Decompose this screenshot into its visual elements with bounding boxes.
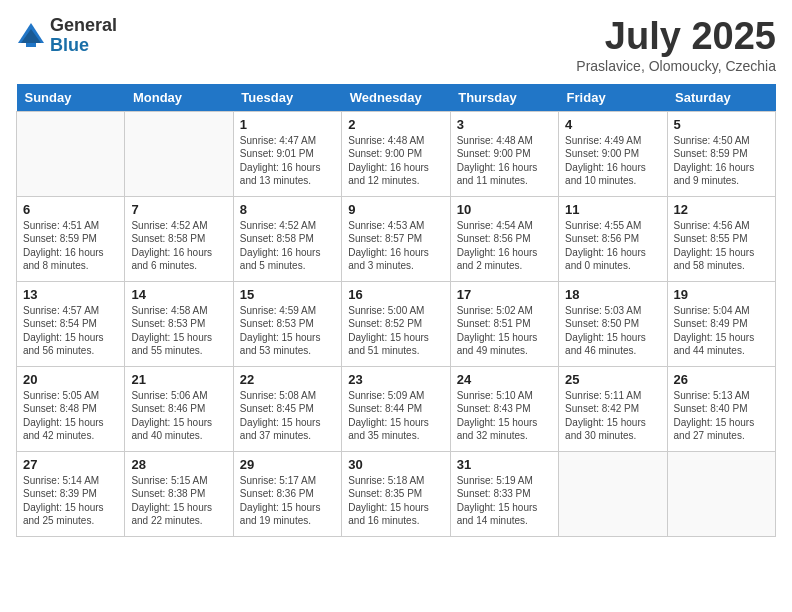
day-info: Sunrise: 5:15 AM Sunset: 8:38 PM Dayligh… [131, 474, 226, 528]
calendar-cell: 12Sunrise: 4:56 AM Sunset: 8:55 PM Dayli… [667, 196, 775, 281]
calendar-cell: 29Sunrise: 5:17 AM Sunset: 8:36 PM Dayli… [233, 451, 341, 536]
day-number: 18 [565, 287, 660, 302]
logo: General Blue [16, 16, 117, 56]
calendar-cell: 31Sunrise: 5:19 AM Sunset: 8:33 PM Dayli… [450, 451, 558, 536]
calendar-cell: 4Sunrise: 4:49 AM Sunset: 9:00 PM Daylig… [559, 111, 667, 196]
calendar-cell: 15Sunrise: 4:59 AM Sunset: 8:53 PM Dayli… [233, 281, 341, 366]
calendar-cell: 20Sunrise: 5:05 AM Sunset: 8:48 PM Dayli… [17, 366, 125, 451]
day-info: Sunrise: 5:08 AM Sunset: 8:45 PM Dayligh… [240, 389, 335, 443]
calendar-cell: 26Sunrise: 5:13 AM Sunset: 8:40 PM Dayli… [667, 366, 775, 451]
calendar-cell: 24Sunrise: 5:10 AM Sunset: 8:43 PM Dayli… [450, 366, 558, 451]
calendar-cell: 3Sunrise: 4:48 AM Sunset: 9:00 PM Daylig… [450, 111, 558, 196]
day-info: Sunrise: 4:50 AM Sunset: 8:59 PM Dayligh… [674, 134, 769, 188]
day-number: 2 [348, 117, 443, 132]
calendar-cell: 21Sunrise: 5:06 AM Sunset: 8:46 PM Dayli… [125, 366, 233, 451]
day-number: 26 [674, 372, 769, 387]
day-header-sunday: Sunday [17, 84, 125, 112]
day-info: Sunrise: 4:52 AM Sunset: 8:58 PM Dayligh… [131, 219, 226, 273]
calendar-cell [17, 111, 125, 196]
subtitle: Praslavice, Olomoucky, Czechia [576, 58, 776, 74]
day-info: Sunrise: 4:59 AM Sunset: 8:53 PM Dayligh… [240, 304, 335, 358]
day-info: Sunrise: 5:04 AM Sunset: 8:49 PM Dayligh… [674, 304, 769, 358]
calendar-week-4: 20Sunrise: 5:05 AM Sunset: 8:48 PM Dayli… [17, 366, 776, 451]
calendar-cell: 6Sunrise: 4:51 AM Sunset: 8:59 PM Daylig… [17, 196, 125, 281]
logo-general-text: General [50, 16, 117, 36]
calendar-cell: 14Sunrise: 4:58 AM Sunset: 8:53 PM Dayli… [125, 281, 233, 366]
day-number: 13 [23, 287, 118, 302]
svg-rect-2 [26, 43, 36, 47]
day-info: Sunrise: 4:47 AM Sunset: 9:01 PM Dayligh… [240, 134, 335, 188]
day-number: 5 [674, 117, 769, 132]
day-info: Sunrise: 4:57 AM Sunset: 8:54 PM Dayligh… [23, 304, 118, 358]
calendar-week-2: 6Sunrise: 4:51 AM Sunset: 8:59 PM Daylig… [17, 196, 776, 281]
calendar-cell: 9Sunrise: 4:53 AM Sunset: 8:57 PM Daylig… [342, 196, 450, 281]
day-number: 12 [674, 202, 769, 217]
day-info: Sunrise: 4:53 AM Sunset: 8:57 PM Dayligh… [348, 219, 443, 273]
calendar-cell: 19Sunrise: 5:04 AM Sunset: 8:49 PM Dayli… [667, 281, 775, 366]
day-number: 16 [348, 287, 443, 302]
calendar-cell: 28Sunrise: 5:15 AM Sunset: 8:38 PM Dayli… [125, 451, 233, 536]
calendar-cell: 23Sunrise: 5:09 AM Sunset: 8:44 PM Dayli… [342, 366, 450, 451]
day-number: 4 [565, 117, 660, 132]
calendar-cell: 7Sunrise: 4:52 AM Sunset: 8:58 PM Daylig… [125, 196, 233, 281]
calendar-header-row: SundayMondayTuesdayWednesdayThursdayFrid… [17, 84, 776, 112]
day-info: Sunrise: 4:48 AM Sunset: 9:00 PM Dayligh… [348, 134, 443, 188]
day-info: Sunrise: 4:58 AM Sunset: 8:53 PM Dayligh… [131, 304, 226, 358]
calendar-cell: 2Sunrise: 4:48 AM Sunset: 9:00 PM Daylig… [342, 111, 450, 196]
calendar-cell: 18Sunrise: 5:03 AM Sunset: 8:50 PM Dayli… [559, 281, 667, 366]
day-info: Sunrise: 4:54 AM Sunset: 8:56 PM Dayligh… [457, 219, 552, 273]
calendar-cell [667, 451, 775, 536]
day-info: Sunrise: 5:18 AM Sunset: 8:35 PM Dayligh… [348, 474, 443, 528]
day-info: Sunrise: 4:55 AM Sunset: 8:56 PM Dayligh… [565, 219, 660, 273]
calendar-cell: 5Sunrise: 4:50 AM Sunset: 8:59 PM Daylig… [667, 111, 775, 196]
day-number: 30 [348, 457, 443, 472]
day-info: Sunrise: 5:14 AM Sunset: 8:39 PM Dayligh… [23, 474, 118, 528]
day-number: 17 [457, 287, 552, 302]
day-number: 28 [131, 457, 226, 472]
calendar-cell: 22Sunrise: 5:08 AM Sunset: 8:45 PM Dayli… [233, 366, 341, 451]
page-header: General Blue July 2025 Praslavice, Olomo… [16, 16, 776, 74]
day-info: Sunrise: 5:11 AM Sunset: 8:42 PM Dayligh… [565, 389, 660, 443]
day-info: Sunrise: 5:02 AM Sunset: 8:51 PM Dayligh… [457, 304, 552, 358]
title-area: July 2025 Praslavice, Olomoucky, Czechia [576, 16, 776, 74]
day-header-wednesday: Wednesday [342, 84, 450, 112]
calendar-cell [125, 111, 233, 196]
day-info: Sunrise: 5:06 AM Sunset: 8:46 PM Dayligh… [131, 389, 226, 443]
day-info: Sunrise: 4:52 AM Sunset: 8:58 PM Dayligh… [240, 219, 335, 273]
day-info: Sunrise: 5:09 AM Sunset: 8:44 PM Dayligh… [348, 389, 443, 443]
day-info: Sunrise: 4:49 AM Sunset: 9:00 PM Dayligh… [565, 134, 660, 188]
day-info: Sunrise: 4:56 AM Sunset: 8:55 PM Dayligh… [674, 219, 769, 273]
day-info: Sunrise: 5:00 AM Sunset: 8:52 PM Dayligh… [348, 304, 443, 358]
day-info: Sunrise: 5:03 AM Sunset: 8:50 PM Dayligh… [565, 304, 660, 358]
calendar-cell [559, 451, 667, 536]
logo-blue-text: Blue [50, 36, 117, 56]
calendar-cell: 1Sunrise: 4:47 AM Sunset: 9:01 PM Daylig… [233, 111, 341, 196]
logo-text: General Blue [50, 16, 117, 56]
day-number: 14 [131, 287, 226, 302]
day-number: 6 [23, 202, 118, 217]
day-number: 27 [23, 457, 118, 472]
day-number: 1 [240, 117, 335, 132]
calendar-cell: 27Sunrise: 5:14 AM Sunset: 8:39 PM Dayli… [17, 451, 125, 536]
calendar-week-3: 13Sunrise: 4:57 AM Sunset: 8:54 PM Dayli… [17, 281, 776, 366]
day-info: Sunrise: 5:13 AM Sunset: 8:40 PM Dayligh… [674, 389, 769, 443]
logo-icon [16, 21, 46, 51]
day-info: Sunrise: 5:19 AM Sunset: 8:33 PM Dayligh… [457, 474, 552, 528]
day-number: 31 [457, 457, 552, 472]
day-info: Sunrise: 4:51 AM Sunset: 8:59 PM Dayligh… [23, 219, 118, 273]
calendar-week-1: 1Sunrise: 4:47 AM Sunset: 9:01 PM Daylig… [17, 111, 776, 196]
day-info: Sunrise: 5:10 AM Sunset: 8:43 PM Dayligh… [457, 389, 552, 443]
calendar-cell: 10Sunrise: 4:54 AM Sunset: 8:56 PM Dayli… [450, 196, 558, 281]
day-number: 7 [131, 202, 226, 217]
calendar-cell: 25Sunrise: 5:11 AM Sunset: 8:42 PM Dayli… [559, 366, 667, 451]
day-info: Sunrise: 5:17 AM Sunset: 8:36 PM Dayligh… [240, 474, 335, 528]
day-number: 20 [23, 372, 118, 387]
day-number: 19 [674, 287, 769, 302]
day-number: 15 [240, 287, 335, 302]
day-number: 9 [348, 202, 443, 217]
calendar-cell: 16Sunrise: 5:00 AM Sunset: 8:52 PM Dayli… [342, 281, 450, 366]
day-number: 25 [565, 372, 660, 387]
calendar-cell: 13Sunrise: 4:57 AM Sunset: 8:54 PM Dayli… [17, 281, 125, 366]
day-header-tuesday: Tuesday [233, 84, 341, 112]
calendar-week-5: 27Sunrise: 5:14 AM Sunset: 8:39 PM Dayli… [17, 451, 776, 536]
